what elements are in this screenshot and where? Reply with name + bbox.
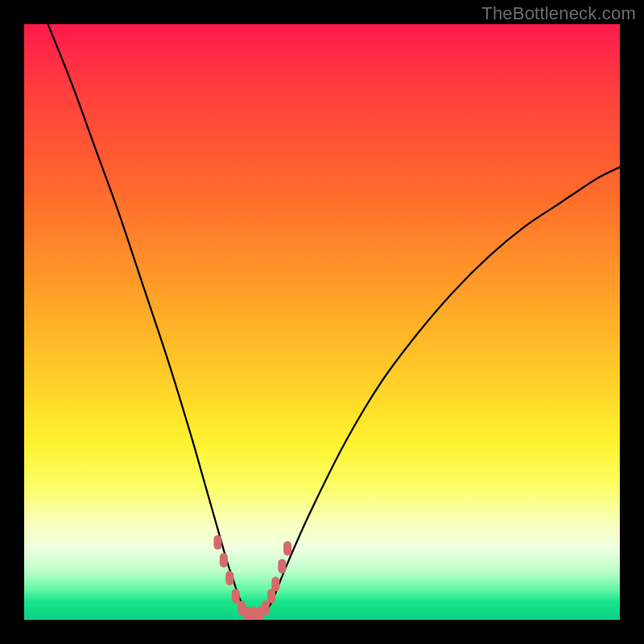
valley-marker <box>232 588 240 603</box>
valley-marker <box>225 571 233 585</box>
valley-marker <box>278 559 286 573</box>
valley-markers <box>214 535 292 620</box>
valley-marker <box>220 553 228 568</box>
valley-marker <box>214 535 222 550</box>
valley-marker <box>262 601 270 615</box>
plot-area <box>24 24 620 620</box>
valley-marker <box>271 577 279 592</box>
watermark-text: TheBottleneck.com <box>481 3 636 24</box>
chart-frame: TheBottleneck.com <box>0 0 644 644</box>
valley-marker <box>283 541 291 555</box>
bottleneck-curve <box>48 24 620 614</box>
curve-layer <box>24 24 620 620</box>
